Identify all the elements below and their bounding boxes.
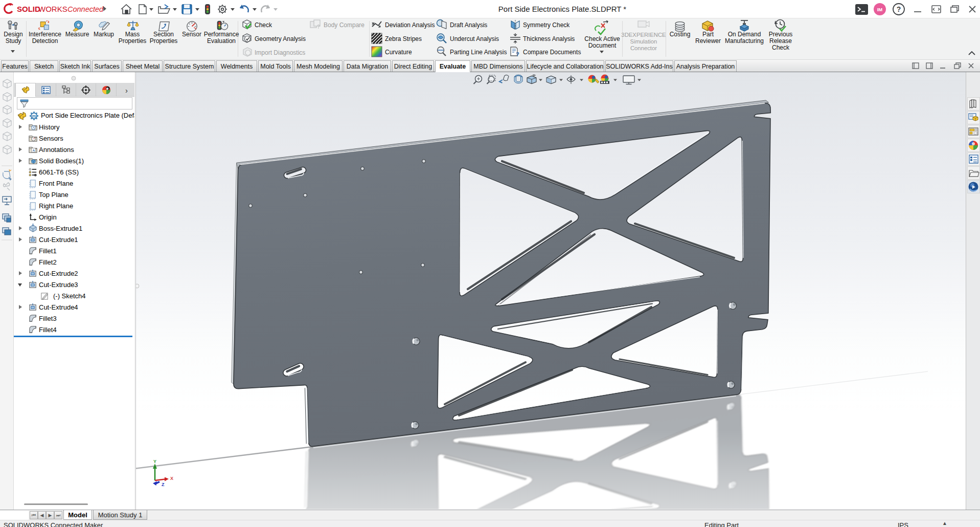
svg-text:X: X xyxy=(170,476,173,481)
svg-text:?: ? xyxy=(897,5,901,13)
svg-text:WORKS: WORKS xyxy=(38,5,67,13)
svg-text:Connected: Connected xyxy=(67,5,104,13)
svg-text:?: ? xyxy=(516,51,519,57)
svg-text:SOLID: SOLID xyxy=(17,5,40,13)
svg-text:?: ? xyxy=(317,24,320,30)
svg-text:IM: IM xyxy=(877,7,883,12)
svg-text:Z: Z xyxy=(162,482,165,487)
svg-text:Y: Y xyxy=(153,459,156,464)
